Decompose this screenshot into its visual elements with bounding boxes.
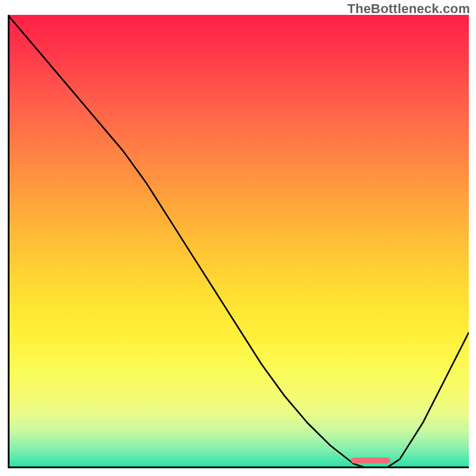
- curve-path: [8, 15, 469, 468]
- chart-stage: TheBottleneck.com: [0, 0, 476, 476]
- y-axis: [8, 15, 10, 468]
- x-axis: [8, 466, 469, 468]
- optimal-range-marker: [351, 458, 390, 464]
- plot-area: [8, 15, 469, 468]
- bottleneck-curve: [8, 15, 469, 468]
